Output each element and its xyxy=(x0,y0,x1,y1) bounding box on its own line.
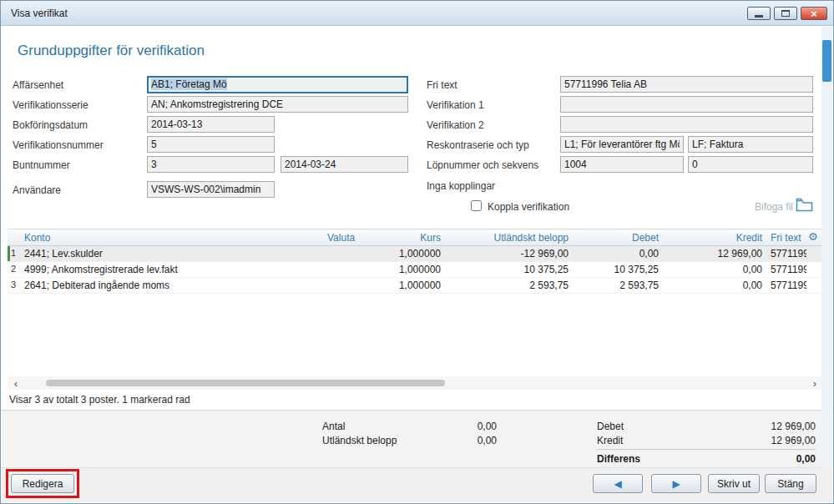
minimize-button[interactable] xyxy=(747,7,771,20)
cell-valuta xyxy=(324,262,381,277)
fritext-label: Fri text xyxy=(427,79,457,91)
verifikation1-input[interactable] xyxy=(560,96,813,113)
verifikation1-label: Verifikation 1 xyxy=(427,99,484,111)
affarsenhet-input[interactable]: AB1; Företag Mö xyxy=(147,76,408,93)
cell-utlandskt-belopp: 10 375,25 xyxy=(446,262,574,277)
kredit-label: Kredit xyxy=(597,435,623,446)
affarsenhet-value: AB1; Företag Mö xyxy=(151,78,227,90)
cell-valuta xyxy=(324,278,381,293)
sekvens-input[interactable] xyxy=(688,156,813,173)
column-settings-button[interactable]: ⚙ xyxy=(806,229,823,245)
previous-button[interactable]: ◀ xyxy=(593,474,643,493)
reskontratyp-input[interactable] xyxy=(688,136,813,153)
utlandskt-belopp-value: 0,00 xyxy=(478,435,497,446)
antal-value: 0,00 xyxy=(478,421,497,432)
cell-debet: 2 593,75 xyxy=(574,278,664,293)
cell-kurs: 1,000000 xyxy=(381,262,446,277)
table-row[interactable]: 1 2441; Lev.skulder 1,000000 -12 969,00 … xyxy=(8,246,823,262)
col-kurs[interactable]: Kurs xyxy=(381,229,446,245)
verifikationsnummer-input[interactable] xyxy=(147,136,275,153)
chevron-right-icon: › xyxy=(813,377,816,390)
redigera-button[interactable]: Redigera xyxy=(11,474,74,493)
attach-file-icon[interactable] xyxy=(796,198,813,215)
summary-debet-row: Debet 12 969,00 xyxy=(597,421,816,432)
col-fritext[interactable]: Fri text xyxy=(767,229,806,245)
cell-debet: 10 375,25 xyxy=(574,262,664,277)
maximize-button[interactable] xyxy=(774,7,797,20)
buntnummer-label: Buntnummer xyxy=(13,159,70,171)
close-icon: × xyxy=(811,8,817,19)
reskontraserie-label: Reskontraserie och typ xyxy=(427,139,529,151)
buntnummer-input[interactable] xyxy=(147,156,275,173)
fritext-input[interactable] xyxy=(560,76,813,93)
row-number: 2 xyxy=(8,262,21,277)
col-utlandskt-belopp[interactable]: Utländskt belopp xyxy=(446,229,574,245)
verifikationsserie-input[interactable] xyxy=(147,96,408,113)
lopnummer-input[interactable] xyxy=(560,156,684,173)
verifikationsnummer-label: Verifikationsnummer xyxy=(13,139,104,151)
summary-kredit-row: Kredit 12 969,00 xyxy=(597,435,816,446)
anvandare-label: Användare xyxy=(13,184,61,196)
col-konto[interactable]: Konto xyxy=(21,229,324,245)
differens-value: 0,00 xyxy=(796,453,816,465)
vertical-scrollbar[interactable] xyxy=(821,27,832,468)
cell-kurs: 1,000000 xyxy=(381,278,446,293)
annotation-highlight: Redigera xyxy=(6,469,79,498)
scroll-left-button[interactable]: ‹ xyxy=(9,376,23,390)
horizontal-scrollbar-thumb[interactable] xyxy=(46,380,445,386)
cell-debet: 0,00 xyxy=(574,246,664,261)
close-button[interactable]: × xyxy=(801,7,827,20)
row-number: 1 xyxy=(8,246,21,261)
rownum-header xyxy=(8,229,21,245)
verification-rows-table: Konto Valuta Kurs Utländskt belopp Debet… xyxy=(8,229,823,376)
table-row[interactable]: 3 2641; Debiterad ingående moms 1,000000… xyxy=(8,278,823,294)
table-row[interactable]: 2 4999; Ankomstregistrerade lev.fakt 1,0… xyxy=(8,262,823,278)
col-kredit[interactable]: Kredit xyxy=(664,229,767,245)
selected-row-marker xyxy=(8,246,10,261)
page-title: Grunduppgifter för verifikation xyxy=(18,43,205,59)
debet-value: 12 969,00 xyxy=(771,421,816,432)
table-header: Konto Valuta Kurs Utländskt belopp Debet… xyxy=(8,229,823,246)
skriv-ut-button[interactable]: Skriv ut xyxy=(708,474,760,493)
minimize-icon xyxy=(755,15,763,18)
cell-kurs: 1,000000 xyxy=(381,246,446,261)
cell-konto: 2441; Lev.skulder xyxy=(21,246,324,261)
bokforingsdatum-input[interactable] xyxy=(147,116,275,133)
cell-utlandskt-belopp: -12 969,00 xyxy=(446,246,574,261)
koppla-verifikation-label: Koppla verifikation xyxy=(488,201,569,213)
bifoga-fil-label[interactable]: Bifoga fil xyxy=(755,201,793,213)
cell-fritext: 57711996 Telia AB xyxy=(767,262,806,277)
reskontraserie-input[interactable] xyxy=(560,136,684,153)
col-debet[interactable]: Debet xyxy=(574,229,664,245)
titlebar[interactable]: Visa verifikat × xyxy=(1,1,833,26)
record-count-status: Visar 3 av totalt 3 poster. 1 markerad r… xyxy=(9,394,190,406)
debet-label: Debet xyxy=(597,421,624,432)
next-button[interactable]: ▶ xyxy=(651,474,701,493)
arrow-left-icon: ◀ xyxy=(614,478,621,490)
vertical-scrollbar-thumb[interactable] xyxy=(822,40,831,82)
buntdatum-input[interactable] xyxy=(281,156,408,173)
footer-bar: Redigera ◀ ▶ Skriv ut Stäng xyxy=(2,467,832,502)
cell-kredit: 0,00 xyxy=(664,278,767,293)
antal-label: Antal xyxy=(322,421,345,432)
cell-fritext: 57711996 Telia AB xyxy=(767,246,806,261)
stang-button[interactable]: Stäng xyxy=(765,474,816,493)
koppla-verifikation-checkbox[interactable] xyxy=(471,200,482,211)
bokforingsdatum-label: Bokföringsdatum xyxy=(13,119,88,131)
horizontal-scrollbar[interactable]: ‹ › xyxy=(8,376,823,390)
cell-konto: 4999; Ankomstregistrerade lev.fakt xyxy=(21,262,324,277)
window-controls: × xyxy=(747,7,827,20)
cell-kredit: 12 969,00 xyxy=(664,246,767,261)
col-valuta[interactable]: Valuta xyxy=(324,229,381,245)
row-number-text: 3 xyxy=(11,280,16,290)
verifikation2-input[interactable] xyxy=(560,116,813,133)
kredit-value: 12 969,00 xyxy=(771,435,816,446)
cell-valuta xyxy=(324,246,381,261)
scroll-right-button[interactable]: › xyxy=(808,376,821,390)
summary-differens-row: Differens 0,00 xyxy=(597,449,816,465)
utlandskt-belopp-label: Utländskt belopp xyxy=(322,435,397,446)
differens-label: Differens xyxy=(597,453,640,465)
anvandare-input[interactable] xyxy=(147,181,275,198)
inga-kopplingar-text: Inga kopplingar xyxy=(427,180,495,192)
lopnummer-label: Löpnummer och sekvens xyxy=(427,159,538,171)
